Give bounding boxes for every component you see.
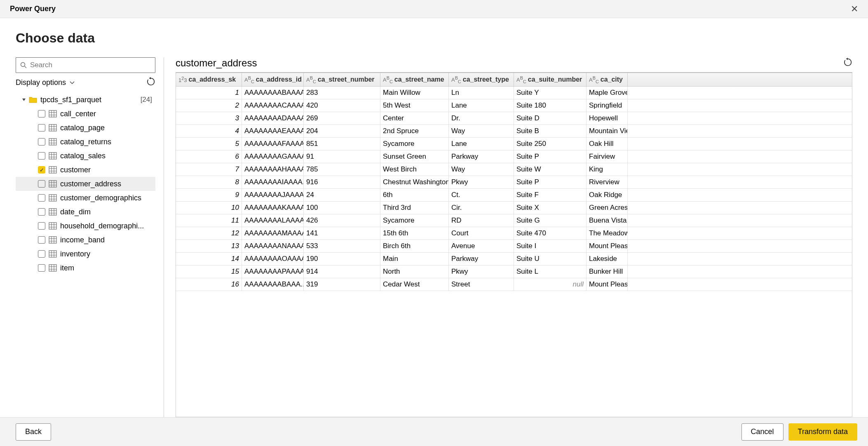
table-icon: [49, 236, 57, 244]
tree-item[interactable]: item: [16, 261, 155, 275]
table-row[interactable]: 8AAAAAAAAIAAAA...916Chestnut WashingtonP…: [176, 176, 852, 189]
tree-item[interactable]: household_demographi...: [16, 219, 155, 233]
table-row[interactable]: 14AAAAAAAAOAAAA...190MainParkwaySuite UL…: [176, 253, 852, 265]
table-cell: Buena Vista: [586, 214, 628, 227]
table-cell: 1: [176, 87, 242, 99]
footer: Back Cancel Transform data: [0, 417, 868, 446]
table-row[interactable]: 10AAAAAAAAKAAAA...100Third 3rdCir.Suite …: [176, 202, 852, 214]
column-header[interactable]: ABCca_street_type: [449, 73, 514, 86]
svg-rect-27: [49, 181, 56, 187]
table-cell: Pkwy: [449, 176, 514, 188]
tree-item-checkbox[interactable]: [38, 166, 45, 174]
refresh-icon: [146, 77, 155, 86]
tree-item[interactable]: catalog_page: [16, 121, 155, 135]
column-header[interactable]: ABCca_address_id: [242, 73, 304, 86]
tree-item-label: customer: [60, 166, 91, 174]
tree-item[interactable]: customer_address: [16, 177, 155, 191]
table-icon: [49, 194, 57, 202]
refresh-button[interactable]: [146, 77, 155, 88]
table-icon: [49, 138, 57, 146]
table-cell: Suite D: [514, 112, 586, 124]
search-box[interactable]: [16, 57, 155, 73]
table-icon: [49, 152, 57, 160]
data-table: 123ca_address_skABCca_address_idABCca_st…: [176, 72, 852, 417]
table-cell: 24: [304, 189, 380, 201]
tree-item-label: catalog_page: [60, 124, 105, 132]
table-row[interactable]: 12AAAAAAAAMAAAA...14115th 6thCourtSuite …: [176, 227, 852, 240]
tree-item[interactable]: call_center: [16, 107, 155, 121]
table-row[interactable]: 6AAAAAAAAGAAAA...91Sunset GreenParkwaySu…: [176, 150, 852, 163]
transform-data-button[interactable]: Transform data: [788, 423, 857, 441]
preview-title: customer_address: [176, 57, 257, 69]
tree-item-checkbox[interactable]: [38, 194, 45, 202]
table-icon: [49, 166, 57, 174]
table-cell: Main: [380, 253, 449, 265]
tree-item[interactable]: catalog_sales: [16, 149, 155, 163]
table-cell: 785: [304, 163, 380, 176]
tree-item[interactable]: customer: [16, 163, 155, 177]
tree-item-checkbox[interactable]: [38, 250, 45, 258]
tree-item[interactable]: inventory: [16, 247, 155, 261]
tree-item-checkbox[interactable]: [38, 124, 45, 131]
table-row[interactable]: 1AAAAAAAABAAAA...283Main WillowLnSuite Y…: [176, 87, 852, 99]
column-label: ca_street_type: [463, 76, 509, 83]
footer-right: Cancel Transform data: [741, 423, 857, 441]
table-cell: Chestnut Washington: [380, 176, 449, 188]
search-input[interactable]: [30, 61, 151, 69]
table-row[interactable]: 2AAAAAAAACAAAA...4205th WestLaneSuite 18…: [176, 99, 852, 112]
tree-item[interactable]: customer_demographics: [16, 191, 155, 205]
tree-item-checkbox[interactable]: [38, 264, 45, 272]
table-row[interactable]: 3AAAAAAAADAAAA...269CenterDr.Suite DHope…: [176, 112, 852, 125]
tree-item-checkbox[interactable]: [38, 110, 45, 117]
column-header[interactable]: ABCca_city: [586, 73, 628, 86]
tree-item-checkbox[interactable]: [38, 138, 45, 146]
column-header[interactable]: ABCca_street_number: [304, 73, 380, 86]
table-icon: [49, 110, 57, 117]
text-type-icon: ABC: [306, 75, 316, 84]
tree-item-checkbox[interactable]: [38, 180, 45, 188]
tree-item-checkbox[interactable]: [38, 222, 45, 230]
table-cell: Suite 250: [514, 138, 586, 150]
display-options-row: Display options: [16, 77, 155, 88]
table-row[interactable]: 4AAAAAAAAEAAAA...2042nd SpruceWaySuite B…: [176, 125, 852, 138]
table-cell: 8: [176, 176, 242, 188]
tree-item-checkbox[interactable]: [38, 236, 45, 244]
table-cell: 12: [176, 227, 242, 239]
display-options-dropdown[interactable]: Display options: [16, 78, 75, 87]
table-cell: Springfield: [586, 99, 628, 112]
tree-item-checkbox[interactable]: [38, 208, 45, 216]
tree-item-checkbox[interactable]: [38, 152, 45, 160]
tree-item[interactable]: income_band: [16, 233, 155, 247]
table-row[interactable]: 16AAAAAAAABAAA...319Cedar WestStreetnull…: [176, 278, 852, 291]
cancel-button[interactable]: Cancel: [741, 423, 784, 441]
tree-root-node[interactable]: tpcds_sf1_parquet [24]: [16, 93, 155, 107]
table-cell: Suite U: [514, 253, 586, 265]
table-cell: Cedar West: [380, 278, 449, 291]
table-row[interactable]: 5AAAAAAAAFAAAA...851Sycamore LaneSuite 2…: [176, 138, 852, 150]
triangle-down-icon[interactable]: [21, 97, 26, 102]
svg-rect-37: [49, 209, 56, 215]
table-cell: AAAAAAAACAAAA...: [242, 99, 304, 112]
table-cell: 15: [176, 265, 242, 278]
svg-point-0: [21, 63, 25, 67]
table-row[interactable]: 13AAAAAAAANAAAA...533Birch 6thAvenueSuit…: [176, 240, 852, 253]
table-cell: Pkwy: [449, 265, 514, 278]
tree-item[interactable]: date_dim: [16, 205, 155, 219]
table-cell: AAAAAAAAKAAAA...: [242, 202, 304, 214]
table-row[interactable]: 9AAAAAAAAJAAAA...246th Ct.Suite FOak Rid…: [176, 189, 852, 202]
column-header[interactable]: 123ca_address_sk: [176, 73, 242, 86]
column-label: ca_city: [601, 76, 623, 83]
table-row[interactable]: 11AAAAAAAALAAAA...426Sycamore RDSuite GB…: [176, 214, 852, 227]
column-header[interactable]: ABCca_suite_number: [514, 73, 586, 86]
back-button[interactable]: Back: [16, 423, 51, 441]
tree-item-label: inventory: [60, 250, 90, 258]
close-icon[interactable]: ✕: [847, 2, 861, 16]
table-row[interactable]: 15AAAAAAAAPAAAA...914NorthPkwySuite LBun…: [176, 265, 852, 278]
tree-item[interactable]: catalog_returns: [16, 135, 155, 149]
column-label: ca_street_number: [318, 76, 375, 83]
table-cell: 2nd Spruce: [380, 125, 449, 137]
preview-refresh-button[interactable]: [843, 58, 852, 68]
column-header[interactable]: ABCca_street_name: [380, 73, 449, 86]
table-cell: Lane: [449, 99, 514, 112]
table-row[interactable]: 7AAAAAAAAHAAAA...785West BirchWaySuite W…: [176, 163, 852, 176]
